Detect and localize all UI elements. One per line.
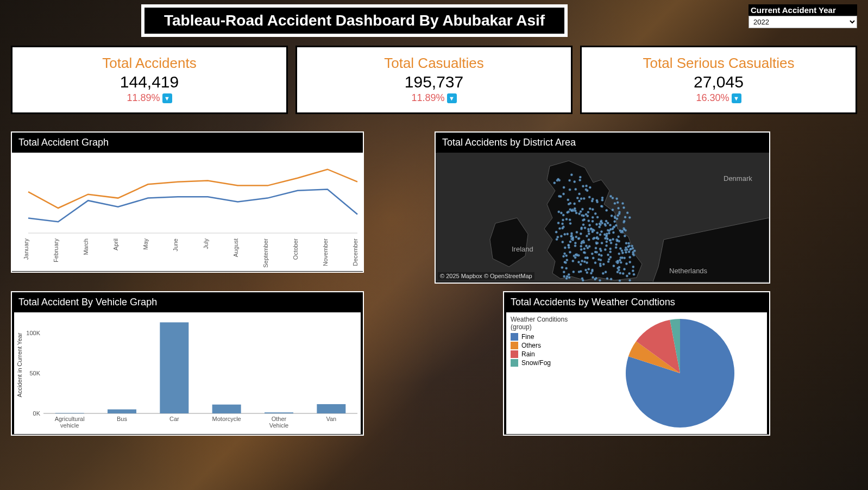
svg-point-243 — [561, 227, 563, 229]
svg-point-331 — [618, 212, 620, 215]
legend-label: Fine — [521, 333, 534, 341]
svg-point-199 — [562, 214, 564, 216]
svg-text:April: April — [112, 238, 119, 250]
svg-point-252 — [606, 237, 608, 240]
svg-point-231 — [577, 237, 580, 240]
svg-point-56 — [609, 248, 612, 250]
svg-point-211 — [588, 238, 590, 241]
year-filter-label: Current Accident Year — [749, 4, 857, 16]
svg-point-237 — [557, 222, 559, 224]
svg-point-51 — [621, 249, 623, 252]
svg-point-315 — [623, 220, 625, 222]
svg-point-160 — [568, 273, 570, 275]
svg-point-91 — [575, 236, 577, 238]
dashboard-title: Tableau-Road Accident Dashboard By Abuba… — [164, 12, 545, 29]
svg-point-205 — [595, 242, 597, 244]
svg-point-92 — [569, 241, 571, 243]
svg-point-153 — [630, 248, 632, 250]
svg-point-222 — [594, 212, 596, 215]
svg-point-168 — [619, 247, 621, 249]
svg-point-83 — [594, 262, 596, 264]
kpi-change: 16.30% ▼ — [696, 92, 741, 104]
svg-point-174 — [565, 254, 568, 256]
legend-item[interactable]: Fine — [511, 333, 589, 341]
legend-item[interactable]: Others — [511, 342, 589, 349]
svg-point-18 — [628, 250, 630, 253]
svg-point-235 — [575, 254, 577, 256]
kpi-title: Total Serious Casualties — [587, 55, 850, 72]
svg-point-296 — [562, 193, 564, 195]
svg-point-114 — [580, 233, 582, 235]
svg-point-196 — [588, 224, 590, 226]
svg-point-336 — [623, 228, 625, 230]
svg-point-176 — [632, 266, 634, 268]
svg-point-98 — [618, 266, 620, 268]
svg-point-102 — [609, 256, 612, 258]
svg-point-37 — [586, 261, 588, 263]
svg-point-267 — [568, 203, 570, 205]
svg-point-180 — [574, 256, 576, 259]
svg-point-155 — [572, 260, 574, 262]
svg-point-113 — [632, 253, 634, 255]
svg-point-136 — [591, 269, 593, 271]
svg-point-147 — [580, 245, 582, 247]
svg-text:100K: 100K — [26, 330, 40, 336]
svg-rect-358 — [160, 322, 188, 413]
svg-point-81 — [600, 254, 602, 256]
year-filter: Current Accident Year 2022 — [749, 4, 857, 28]
svg-point-140 — [599, 279, 601, 281]
svg-text:Accident in Current Year: Accident in Current Year — [16, 332, 23, 397]
kpi-total-casualties[interactable]: Total Casualties 195,737 11.89% ▼ — [295, 46, 573, 114]
svg-point-325 — [611, 215, 613, 217]
svg-point-266 — [567, 199, 569, 201]
year-filter-select[interactable]: 2022 — [749, 16, 857, 28]
down-arrow-icon: ▼ — [162, 93, 172, 103]
svg-point-283 — [578, 193, 580, 195]
svg-point-101 — [592, 276, 594, 278]
svg-point-303 — [592, 220, 594, 222]
svg-text:June: June — [172, 238, 179, 252]
kpi-row: Total Accidents 144,419 11.89% ▼ Total C… — [11, 46, 857, 114]
kpi-serious-casualties[interactable]: Total Serious Casualties 27,045 16.30% ▼ — [580, 46, 857, 114]
svg-point-317 — [596, 199, 598, 202]
svg-point-63 — [574, 242, 576, 244]
svg-point-167 — [587, 247, 589, 249]
kpi-total-accidents[interactable]: Total Accidents 144,419 11.89% ▼ — [11, 46, 288, 114]
svg-point-246 — [574, 208, 576, 210]
svg-point-50 — [574, 244, 576, 247]
svg-point-61 — [594, 278, 596, 280]
svg-point-345 — [599, 223, 601, 225]
svg-text:50K: 50K — [29, 370, 40, 376]
bar-chart[interactable]: 0K50K100KAccident in Current YearAgricul… — [14, 312, 361, 434]
header-row: Tableau-Road Accident Dashboard By Abuba… — [11, 4, 857, 37]
svg-point-292 — [588, 196, 590, 198]
svg-point-217 — [580, 210, 582, 212]
svg-point-124 — [606, 241, 608, 243]
panel-title: Total Accident By Vehicle Graph — [12, 292, 363, 312]
legend-label: Snow/Fog — [521, 359, 551, 367]
svg-point-305 — [605, 209, 607, 211]
map-country-label: Denmark — [724, 174, 752, 183]
line-chart[interactable]: JanuaryFebruaryMarchAprilMayJuneJulyAugu… — [12, 153, 363, 271]
svg-point-109 — [580, 263, 582, 266]
svg-point-242 — [568, 246, 570, 248]
svg-point-161 — [563, 253, 565, 255]
svg-point-133 — [604, 248, 606, 250]
kpi-title: Total Accidents — [18, 55, 281, 72]
legend-item[interactable]: Snow/Fog — [511, 359, 589, 367]
svg-point-337 — [607, 222, 609, 224]
svg-point-339 — [614, 217, 616, 219]
svg-point-189 — [595, 247, 597, 249]
map-view[interactable]: Ireland Netherlands Denmark © 2025 Mapbo… — [436, 153, 769, 282]
map-country-label: Netherlands — [669, 267, 707, 275]
svg-point-183 — [567, 233, 569, 235]
svg-point-25 — [598, 226, 600, 228]
kpi-value: 27,045 — [587, 73, 850, 91]
svg-point-260 — [575, 212, 577, 214]
svg-point-286 — [574, 180, 576, 183]
svg-point-225 — [586, 235, 588, 237]
svg-point-212 — [582, 215, 584, 217]
svg-point-103 — [609, 239, 611, 241]
legend-item[interactable]: Rain — [511, 350, 589, 358]
pie-chart[interactable]: Weather Conditions (group) FineOthersRai… — [506, 312, 767, 434]
